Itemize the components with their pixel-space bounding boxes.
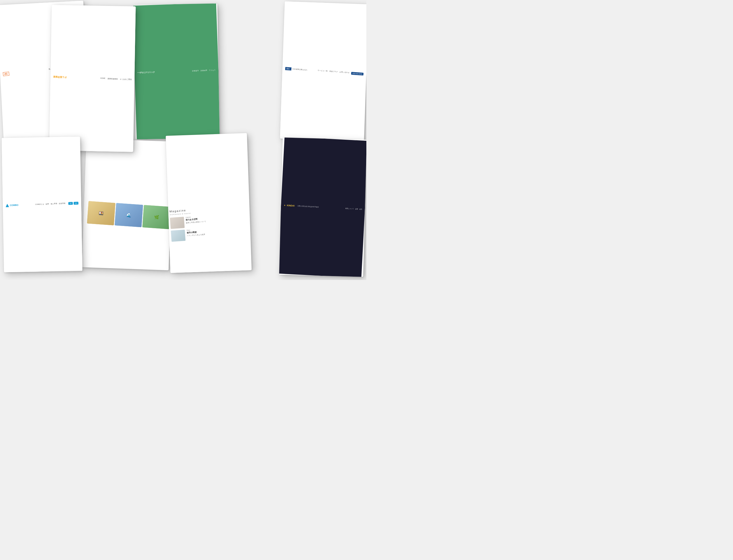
nav-links-gyomu: HOME 業務改善事例 よくあるご質問 xyxy=(100,77,132,81)
card-clinic: 一ぞもとクリニック 診療案内 診療時間 アクセス こどもたちにやさしい 0940… xyxy=(133,3,219,139)
magazine-section: Magazine Architecture & Interior Interio… xyxy=(166,202,251,273)
nav-ec-cta[interactable]: 090-000-0000 xyxy=(351,72,363,75)
kindai-star: ✦ xyxy=(284,204,286,206)
nav-clinic-link-2[interactable]: 診療時間 xyxy=(200,69,207,72)
nav-ec-logo-wrap: EC 社会保険労務士法人 xyxy=(285,67,307,72)
nav-gyomu-home[interactable]: HOME xyxy=(100,77,105,80)
nav-kindai-link-3[interactable]: 研究 xyxy=(359,208,362,210)
combo-logo-wrap: COMBO xyxy=(6,203,18,207)
nav-gyomu-faq[interactable]: よくあるご質問 xyxy=(120,78,132,81)
card-gyomu-kaizen: 業務改善ラボ HOME 業務改善事例 よくあるご質問 今なぜ、 業務改善 が必要… xyxy=(49,5,136,152)
nav-gyomu-cases[interactable]: 業務改善事例 xyxy=(108,78,118,80)
card-kindai: ✦ KINDAI 近畿大学医学部 消化器外科学教室 教室について 診療 研究 xyxy=(279,137,366,277)
card-ec-insurance: EC 社会保険労務士法人 サービス一覧 採用ブログ お問い合わせ 090-000… xyxy=(280,1,366,141)
nav-ec: EC 社会保険労務士法人 サービス一覧 採用ブログ お問い合わせ 090-000… xyxy=(280,1,366,141)
nav-clinic: 一ぞもとクリニック 診療案内 診療時間 アクセス xyxy=(133,3,219,139)
card-magazine: Balcony Magazine Architecture & Interior… xyxy=(166,133,252,273)
nav-btns-combo: JP EN xyxy=(68,202,78,205)
nav-btn-combo-2[interactable]: EN xyxy=(74,202,78,205)
mid-img-2: 🌊 xyxy=(115,203,143,227)
nav-ec-link-3[interactable]: お問い合わせ xyxy=(339,71,349,74)
nav-kindai-link-1[interactable]: 教室について xyxy=(345,207,354,210)
nav-logo-combo: COMBO xyxy=(10,204,18,207)
mid-img-1: 🍱 xyxy=(87,201,115,225)
nav-links-clinic: 診療案内 診療時間 アクセス xyxy=(192,69,216,72)
mid-section-nagano: 🍱 🌊 🌿 xyxy=(82,199,173,270)
nav-btn-combo-1[interactable]: JP xyxy=(68,202,73,205)
nav-links-kindai: 教室について 診療 研究 xyxy=(345,207,362,210)
mag-item-img-2 xyxy=(171,230,186,242)
nav-kindai: ✦ KINDAI 近畿大学医学部 消化器外科学教室 教室について 診療 研究 xyxy=(279,137,366,277)
nav-links-ec: サービス一覧 採用ブログ お問い合わせ 090-000-0000 xyxy=(317,69,363,75)
nav-combo-link-2[interactable]: 税務・個人事業 xyxy=(46,203,57,205)
nav-logo-ec: EC xyxy=(285,67,291,70)
mag-items-list: Interior 窓のある空間 建築と自然の調和について View 都市の眺望 … xyxy=(170,213,246,242)
mag-item-img-1 xyxy=(170,217,185,229)
nav-kindai-link-2[interactable]: 診療 xyxy=(355,208,358,210)
nav-links-combo: COMBOとは 税務・個人事業 採用情報 xyxy=(35,202,66,206)
mid-img-3: 🌿 xyxy=(142,205,170,229)
kindai-dept: 近畿大学医学部 消化器外科学教室 xyxy=(297,205,319,208)
nav-ec-link-1[interactable]: サービス一覧 xyxy=(317,69,328,73)
nav-combo: COMBO COMBOとは 税務・個人事業 採用情報 JP EN xyxy=(2,137,82,272)
nav-clinic-link-3[interactable]: アクセス xyxy=(209,69,216,71)
combo-logo-icon xyxy=(6,204,9,207)
nav-logo-clinic: 一ぞもとクリニック xyxy=(137,71,155,74)
nav-combo-link-3[interactable]: 採用情報 xyxy=(59,202,66,205)
nav-logo-kindai: KINDAI xyxy=(287,204,295,207)
nav-gyomu: 業務改善ラボ HOME 業務改善事例 よくあるご質問 xyxy=(49,5,136,152)
nav-clinic-link-1[interactable]: 診療案内 xyxy=(192,70,199,72)
nav-logo-accounting: ZC xyxy=(3,71,9,76)
card-5-nav-wrap: COMBO COMBOとは 税務・個人事業 採用情報 JP EN xyxy=(2,137,82,272)
nav-ec-link-2[interactable]: 採用ブログ xyxy=(329,70,338,74)
kindai-logo-wrap: ✦ KINDAI xyxy=(284,204,295,207)
nav-combo-link-1[interactable]: COMBOとは xyxy=(35,203,44,206)
card-combo: COMBO COMBOとは 税務・個人事業 採用情報 JP EN xyxy=(2,137,82,272)
card-nagano: ✦ 🍱 🌊 🌿 おすすめ 新 xyxy=(82,139,173,270)
nav-brand-gyomu: 業務改善ラボ xyxy=(53,75,67,79)
screenshot-grid: ZC 私たちについて サービス一覧 採用・ブログ 小さな悩みから 大きな夢まで、… xyxy=(0,0,366,280)
nav-brand-ec-full: 社会保険労務士法人 xyxy=(292,68,307,71)
